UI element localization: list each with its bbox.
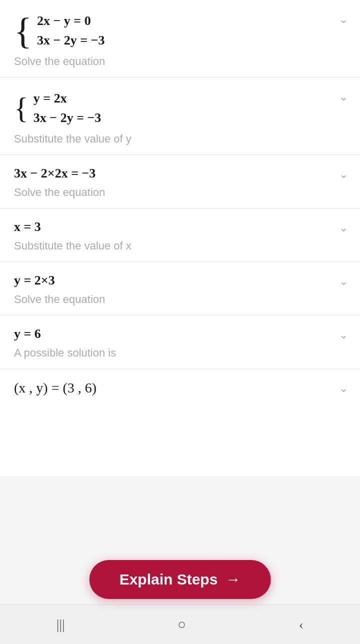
step2-equation: { y = 2x 3x − 2y = −3 bbox=[14, 88, 346, 128]
arrow-icon: → bbox=[226, 571, 240, 588]
chevron-step7[interactable]: ⌄ bbox=[339, 382, 348, 395]
step3-description: Solve the equation bbox=[14, 186, 346, 199]
step2-line2: 3x − 2y = −3 bbox=[34, 108, 101, 128]
step-6: ⌄ y = 6 A possible solution is bbox=[0, 316, 360, 369]
step2-line1: y = 2x bbox=[34, 88, 101, 108]
step-3: ⌄ 3x − 2×2x = −3 Solve the equation bbox=[0, 155, 360, 208]
step1-lines: 2x − y = 0 3x − 2y = −3 bbox=[37, 11, 104, 50]
step-1: ⌄ { 2x − y = 0 3x − 2y = −3 Solve the eq… bbox=[0, 0, 360, 78]
menu-icon[interactable]: ||| bbox=[56, 616, 65, 632]
step5-description: Solve the equation bbox=[14, 293, 346, 306]
explain-steps-label: Explain Steps bbox=[120, 571, 218, 588]
step6-equation: y = 6 bbox=[14, 326, 346, 342]
bottom-nav: ||| ○ ‹ bbox=[0, 604, 360, 644]
step2-lines: y = 2x 3x − 2y = −3 bbox=[34, 88, 101, 128]
step-2: ⌄ { y = 2x 3x − 2y = −3 Substitute the v… bbox=[0, 78, 360, 155]
explain-steps-button[interactable]: Explain Steps → bbox=[90, 560, 271, 599]
step1-line2: 3x − 2y = −3 bbox=[37, 30, 104, 50]
main-content: ⌄ { 2x − y = 0 3x − 2y = −3 Solve the eq… bbox=[0, 0, 360, 476]
step1-line1: 2x − y = 0 bbox=[37, 11, 104, 30]
step2-description: Substitute the value of y bbox=[14, 132, 346, 146]
step4-description: Substitute the value of x bbox=[14, 240, 346, 252]
step-5: ⌄ y = 2×3 Solve the equation bbox=[0, 262, 360, 316]
explain-btn-container: Explain Steps → bbox=[90, 560, 271, 599]
step6-description: A possible solution is bbox=[14, 346, 346, 360]
step4-equation: x = 3 bbox=[14, 220, 346, 234]
chevron-step5[interactable]: ⌄ bbox=[339, 275, 348, 288]
chevron-step1[interactable]: ⌄ bbox=[339, 13, 348, 26]
step7-equation: (x , y) = (3 , 6) bbox=[14, 380, 346, 396]
step3-equation: 3x − 2×2x = −3 bbox=[14, 166, 346, 181]
step5-equation: y = 2×3 bbox=[14, 273, 346, 288]
step-7: ⌄ (x , y) = (3 , 6) bbox=[0, 369, 360, 476]
chevron-step2[interactable]: ⌄ bbox=[339, 90, 348, 104]
chevron-step4[interactable]: ⌄ bbox=[339, 222, 348, 234]
step1-equation: { 2x − y = 0 3x − 2y = −3 bbox=[14, 11, 346, 50]
home-icon[interactable]: ○ bbox=[178, 616, 186, 632]
step-4: ⌄ x = 3 Substitute the value of x bbox=[0, 208, 360, 262]
brace-icon-1: { bbox=[14, 12, 32, 50]
back-icon[interactable]: ‹ bbox=[299, 616, 304, 632]
chevron-step3[interactable]: ⌄ bbox=[339, 168, 348, 181]
step1-description: Solve the equation bbox=[14, 55, 346, 68]
brace-icon-2: { bbox=[14, 93, 28, 123]
chevron-step6[interactable]: ⌄ bbox=[339, 328, 348, 342]
